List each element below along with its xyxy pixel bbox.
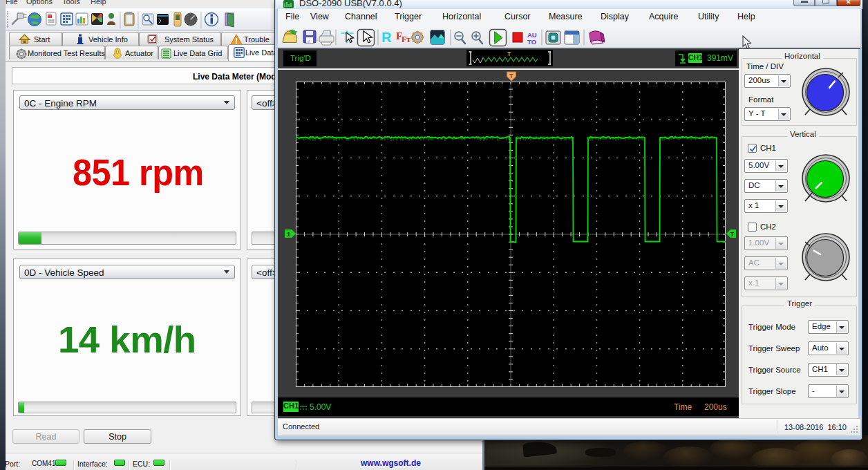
svg-text:T: T: [730, 230, 735, 238]
svg-text:T: T: [507, 50, 511, 57]
svg-text:1: 1: [287, 230, 291, 238]
svg-text:R: R: [381, 30, 392, 45]
svg-text:T: T: [509, 73, 513, 79]
svg-text:TO: TO: [527, 38, 536, 46]
svg-text:Fт: Fт: [402, 35, 411, 44]
